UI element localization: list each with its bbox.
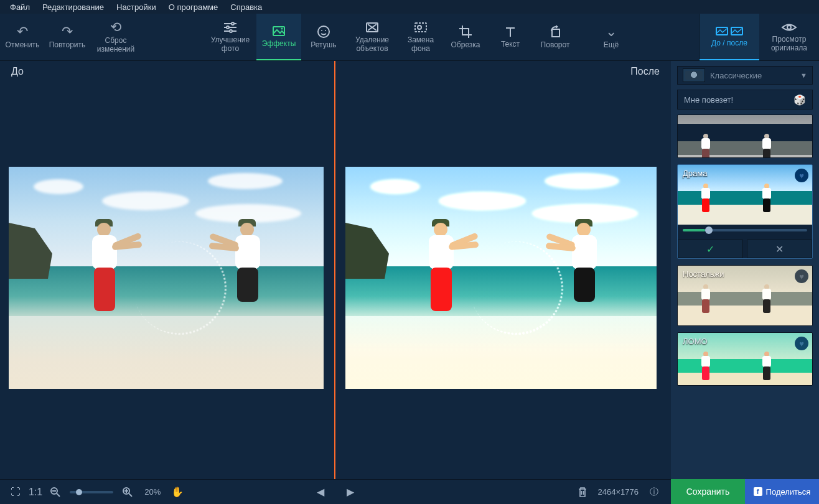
svg-point-15 — [418, 26, 421, 29]
crop-icon — [459, 25, 472, 39]
svg-line-25 — [129, 493, 132, 497]
next-image-button[interactable]: ▶ — [341, 483, 360, 502]
action-bar: Сохранить f Поделиться — [671, 479, 819, 504]
favorite-toggle[interactable]: ♥ — [795, 337, 808, 350]
rotate-icon — [548, 25, 563, 39]
redo-icon: ↷ — [62, 25, 73, 39]
undo-button[interactable]: ↶ Отменить — [0, 14, 45, 60]
svg-marker-17 — [556, 25, 558, 29]
tool-effects[interactable]: Эффекты — [256, 14, 301, 60]
svg-point-3 — [227, 26, 229, 29]
tool-enhance[interactable]: Улучшениефото — [204, 14, 256, 60]
workspace: До После — [0, 61, 671, 479]
effects-panel: Классические ▼ Мне повезет! 🎲 Драма ♥ — [671, 61, 819, 479]
prev-image-button[interactable]: ◀ — [311, 483, 330, 502]
menu-help[interactable]: Справка — [224, 2, 268, 12]
svg-point-10 — [325, 30, 326, 31]
preset-label: ЛОМО — [683, 337, 708, 346]
lucky-button[interactable]: Мне повезет! 🎲 — [677, 90, 813, 110]
category-label: Классические — [710, 71, 762, 80]
fullscreen-button[interactable]: ⛶ — [6, 483, 25, 502]
favorite-toggle[interactable]: ♥ — [795, 269, 808, 283]
lucky-label: Мне повезет! — [684, 95, 733, 105]
status-bar: ⛶ 1:1 20% ✋ ◀ ▶ 2464×1776 ⓘ — [0, 479, 671, 504]
reset-button[interactable]: ⟲ Сбросизменений — [90, 14, 142, 60]
menu-file[interactable]: Файл — [4, 2, 36, 12]
preset-label: Драма — [683, 169, 707, 178]
sliders-icon — [223, 21, 238, 34]
favorite-toggle[interactable]: ♥ — [795, 169, 808, 182]
undo-icon: ↶ — [17, 25, 28, 39]
actual-size-button[interactable]: 1:1 — [25, 483, 46, 502]
svg-point-7 — [281, 27, 283, 29]
compare-divider[interactable] — [334, 61, 335, 479]
chevron-down-icon: ⌄ — [606, 25, 617, 39]
zoom-slider[interactable] — [70, 491, 113, 493]
menu-about[interactable]: О программе — [162, 2, 225, 12]
effects-icon — [271, 25, 286, 37]
facebook-icon: f — [754, 487, 762, 496]
svg-line-22 — [57, 493, 60, 497]
effect-preset[interactable] — [677, 114, 813, 158]
reset-icon: ⟲ — [110, 21, 121, 34]
svg-point-20 — [787, 26, 791, 29]
save-button[interactable]: Сохранить — [671, 479, 745, 504]
main-toolbar: ↶ Отменить ↷ Повторить ⟲ Сбросизменений … — [0, 14, 819, 61]
svg-point-5 — [230, 30, 232, 32]
zoom-out-button[interactable] — [46, 483, 65, 502]
info-button[interactable]: ⓘ — [645, 483, 663, 502]
effect-preset-drama[interactable]: Драма ♥ ✓ ✕ — [677, 164, 813, 259]
share-button[interactable]: f Поделиться — [745, 479, 819, 504]
tool-rotate[interactable]: Поворот — [533, 14, 578, 60]
effect-intensity-slider[interactable] — [678, 225, 812, 236]
menu-settings[interactable]: Настройки — [110, 2, 162, 12]
tool-more[interactable]: ⌄ Ещё — [589, 14, 634, 60]
dice-icon: 🎲 — [793, 94, 806, 106]
after-view[interactable] — [345, 61, 657, 479]
menu-edit[interactable]: Редактирование — [36, 2, 110, 12]
svg-rect-16 — [552, 29, 559, 37]
tool-retouch[interactable]: Ретушь — [301, 14, 346, 60]
effect-preset-lomo[interactable]: ЛОМО ♥ — [677, 332, 813, 386]
menu-bar: Файл Редактирование Настройки О программ… — [0, 0, 819, 14]
text-icon — [503, 26, 517, 38]
tool-crop[interactable]: Обрезка — [443, 14, 488, 60]
chevron-down-icon: ▼ — [800, 72, 807, 79]
tool-remove-object[interactable]: Удалениеобъектов — [346, 14, 398, 60]
effect-preset-nostalgia[interactable]: Ностальжи ♥ — [677, 265, 813, 326]
preset-label: Ностальжи — [683, 269, 724, 279]
image-dimensions: 2464×1776 — [598, 487, 639, 497]
zoom-percent: 20% — [144, 487, 161, 497]
erase-object-icon — [365, 21, 380, 34]
tool-text[interactable]: Текст — [488, 14, 533, 60]
apply-effect-button[interactable]: ✓ — [678, 240, 743, 258]
eye-icon — [781, 22, 797, 33]
svg-point-8 — [318, 26, 329, 37]
view-original-toggle[interactable]: Просмотроригинала — [759, 14, 819, 60]
background-icon — [413, 21, 428, 34]
tool-change-bg[interactable]: Заменафона — [398, 14, 443, 60]
svg-point-1 — [232, 22, 234, 25]
effect-category-dropdown[interactable]: Классические ▼ — [677, 66, 813, 85]
svg-point-9 — [321, 30, 322, 31]
face-icon — [317, 25, 330, 39]
delete-button[interactable] — [573, 483, 592, 502]
cancel-effect-button[interactable]: ✕ — [747, 240, 812, 258]
compare-icon — [716, 26, 743, 37]
share-label: Поделиться — [766, 487, 811, 497]
before-view[interactable] — [9, 61, 324, 479]
before-after-toggle[interactable]: До / после — [700, 14, 759, 60]
category-thumb-icon — [683, 68, 705, 82]
hand-tool-button[interactable]: ✋ — [168, 483, 187, 502]
redo-button[interactable]: ↷ Повторить — [45, 14, 90, 60]
zoom-in-button[interactable] — [118, 483, 137, 502]
